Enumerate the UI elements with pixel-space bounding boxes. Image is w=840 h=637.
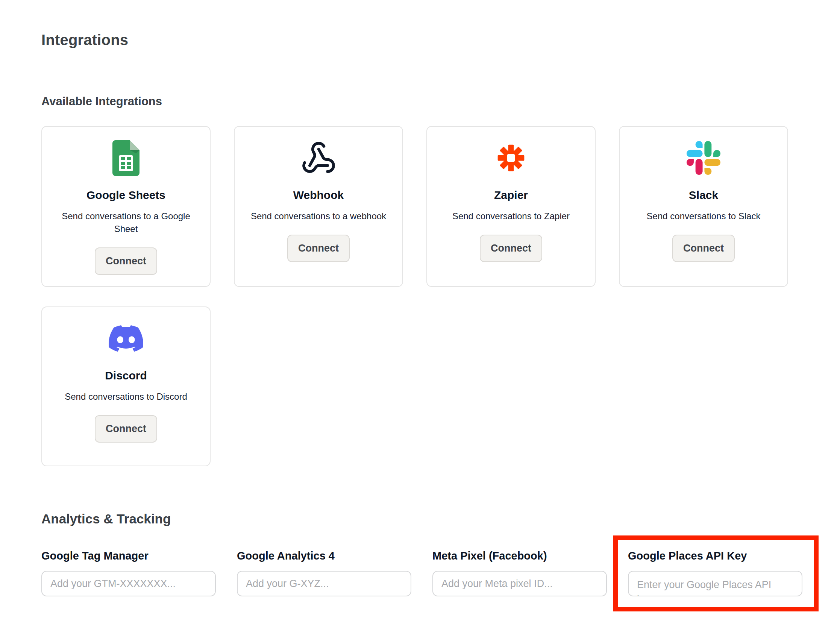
integration-card-slack: Slack Send conversations to Slack Connec… <box>619 126 788 287</box>
integration-description: Send conversations to Slack <box>647 210 761 223</box>
integration-description: Send conversations to a Google Sheet <box>54 210 198 236</box>
google-sheets-icon <box>53 139 199 177</box>
field-label: Google Tag Manager <box>41 549 216 563</box>
google-tag-manager-input[interactable] <box>41 571 216 596</box>
page-title: Integrations <box>41 32 128 49</box>
integration-description: Send conversations to Zapier <box>452 210 570 223</box>
integration-description: Send conversations to Discord <box>65 390 187 403</box>
google-places-api-key-input[interactable]: Enter your Google Places API key... <box>628 571 802 596</box>
available-integrations-heading: Available Integrations <box>41 95 162 108</box>
integration-name: Zapier <box>494 189 528 202</box>
field-google-tag-manager: Google Tag Manager <box>41 549 216 596</box>
integration-cards-row: Google Sheets Send conversations to a Go… <box>41 126 788 287</box>
webhook-icon <box>245 139 392 177</box>
integration-name: Discord <box>105 369 147 382</box>
integration-name: Webhook <box>293 189 344 202</box>
integration-name: Slack <box>689 189 718 202</box>
integration-card-google-sheets: Google Sheets Send conversations to a Go… <box>41 126 210 287</box>
slack-icon <box>630 139 777 177</box>
discord-icon <box>53 319 199 357</box>
google-analytics-4-input[interactable] <box>237 571 411 596</box>
field-google-analytics-4: Google Analytics 4 <box>237 549 411 596</box>
field-meta-pixel: Meta Pixel (Facebook) <box>433 549 607 596</box>
analytics-tracking-heading: Analytics & Tracking <box>41 511 171 526</box>
meta-pixel-input[interactable] <box>433 571 607 596</box>
field-label: Google Analytics 4 <box>237 549 411 563</box>
integration-card-zapier: Zapier Send conversations to Zapier Conn… <box>426 126 595 287</box>
integration-name: Google Sheets <box>87 189 166 202</box>
integration-cards-row-2: Discord Send conversations to Discord Co… <box>41 307 210 466</box>
analytics-fields-row: Google Tag Manager Google Analytics 4 Me… <box>41 549 802 596</box>
field-label: Google Places API Key <box>628 549 802 563</box>
integration-description: Send conversations to a webhook <box>251 210 386 223</box>
field-google-places-api-key: Google Places API Key Enter your Google … <box>628 549 802 596</box>
connect-zapier-button[interactable]: Connect <box>480 235 542 262</box>
integration-card-discord: Discord Send conversations to Discord Co… <box>41 307 210 466</box>
field-label: Meta Pixel (Facebook) <box>433 549 607 563</box>
zapier-icon <box>438 139 584 177</box>
connect-webhook-button[interactable]: Connect <box>287 235 350 262</box>
integration-card-webhook: Webhook Send conversations to a webhook … <box>234 126 403 287</box>
connect-slack-button[interactable]: Connect <box>672 235 735 262</box>
connect-google-sheets-button[interactable]: Connect <box>95 247 157 275</box>
connect-discord-button[interactable]: Connect <box>95 415 157 443</box>
integrations-settings-page: Integrations Available Integrations <box>0 0 840 637</box>
